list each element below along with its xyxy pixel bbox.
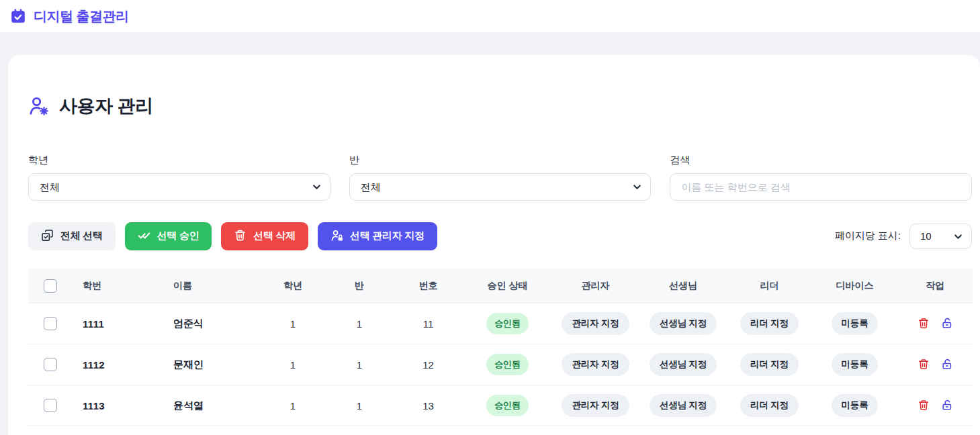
class-cell: 1 <box>326 344 393 385</box>
trash-icon <box>918 362 930 373</box>
student-name-cell: 윤석열 <box>163 385 260 426</box>
class-select[interactable]: 전체 <box>349 173 652 201</box>
assign-admin-selected-label: 선택 관리자 지정 <box>350 230 425 242</box>
select-all-checkbox[interactable] <box>44 279 57 293</box>
student-name-cell: 문재인 <box>163 344 260 385</box>
admin-toggle-button[interactable]: 관리자 지정 <box>562 312 629 335</box>
user-management-card: 사용자 관리 학년 전체 반 전체 <box>8 55 980 435</box>
admin-toggle-button[interactable]: 관리자 지정 <box>562 394 629 417</box>
col-teacher: 선생님 <box>639 269 727 303</box>
page-title-row: 사용자 관리 <box>28 79 972 134</box>
per-page-label: 페이지당 표시: <box>835 230 901 242</box>
unlock-user-button[interactable] <box>940 316 954 331</box>
search-filter-label: 검색 <box>670 154 972 166</box>
col-device: 디바이스 <box>812 269 897 303</box>
unlock-icon <box>941 403 953 414</box>
delete-selected-label: 선택 삭제 <box>253 230 296 242</box>
col-number: 번호 <box>393 269 463 303</box>
select-all-label: 전체 선택 <box>60 230 103 242</box>
class-cell: 1 <box>326 426 393 435</box>
device-status-badge: 미등록 <box>832 394 879 417</box>
search-filter: 검색 <box>670 154 972 201</box>
trash-icon <box>918 403 930 414</box>
copy-check-icon <box>41 229 54 244</box>
teacher-toggle-button[interactable]: 선생님 지정 <box>650 312 717 335</box>
table-row: 0000 관리자 1 1 40 승인됨 관리자 해제 선생님 지정 리더 해제 … <box>28 426 973 435</box>
col-grade: 학년 <box>260 269 326 303</box>
calendar-check-icon <box>10 8 26 24</box>
row-checkbox[interactable] <box>44 399 57 412</box>
student-id-cell: 1113 <box>72 385 163 426</box>
table-row: 1112 문재인 1 1 12 승인됨 관리자 지정 선생님 지정 리더 지정 … <box>28 344 973 385</box>
page-title: 사용자 관리 <box>59 94 153 118</box>
device-status-badge: 미등록 <box>832 353 879 376</box>
number-cell: 40 <box>393 426 463 435</box>
student-name-cell: 관리자 <box>163 426 260 435</box>
device-status-badge: 미등록 <box>832 312 879 335</box>
grade-cell: 1 <box>260 426 326 435</box>
number-cell: 12 <box>393 344 463 385</box>
col-name: 이름 <box>163 269 260 303</box>
select-all-button[interactable]: 전체 선택 <box>28 222 116 250</box>
user-lock-icon <box>330 229 343 244</box>
delete-user-button[interactable] <box>916 397 931 413</box>
unlock-icon <box>941 362 953 373</box>
class-cell: 1 <box>326 385 393 426</box>
student-id-cell: 1112 <box>72 344 163 385</box>
table-row: 1111 엄준식 1 1 11 승인됨 관리자 지정 선생님 지정 리더 지정 … <box>28 303 973 344</box>
per-page-control: 페이지당 표시: 10 <box>835 224 972 249</box>
row-checkbox[interactable] <box>44 317 57 330</box>
leader-toggle-button[interactable]: 리더 지정 <box>740 394 799 417</box>
grade-select[interactable]: 전체 <box>28 173 330 201</box>
user-gear-icon <box>28 95 50 117</box>
per-page-select[interactable]: 10 <box>909 224 972 249</box>
grade-cell: 1 <box>260 385 326 426</box>
col-approval-status: 승인 상태 <box>463 269 551 303</box>
number-cell: 11 <box>393 303 463 344</box>
delete-selected-button[interactable]: 선택 삭제 <box>221 222 308 250</box>
table-body: 1111 엄준식 1 1 11 승인됨 관리자 지정 선생님 지정 리더 지정 … <box>28 303 973 435</box>
unlock-user-button[interactable] <box>940 356 954 372</box>
delete-user-button[interactable] <box>916 316 931 331</box>
table-row: 1113 윤석열 1 1 13 승인됨 관리자 지정 선생님 지정 리더 지정 … <box>28 385 973 426</box>
filters-row: 학년 전체 반 전체 검색 <box>28 154 972 201</box>
row-checkbox[interactable] <box>44 358 57 371</box>
assign-admin-selected-button[interactable]: 선택 관리자 지정 <box>318 222 437 250</box>
class-filter-label: 반 <box>349 154 652 166</box>
unlock-icon <box>941 322 953 332</box>
trash-icon <box>234 229 247 244</box>
col-actions: 작업 <box>897 269 973 303</box>
admin-toggle-button[interactable]: 관리자 지정 <box>562 353 629 376</box>
grade-cell: 1 <box>260 344 326 385</box>
search-input[interactable] <box>670 173 972 201</box>
users-table: 학번 이름 학년 반 번호 승인 상태 관리자 선생님 리더 디바이스 작업 1… <box>28 269 973 435</box>
approve-selected-button[interactable]: 선택 승인 <box>125 222 212 250</box>
grade-filter-label: 학년 <box>28 154 330 166</box>
delete-user-button[interactable] <box>916 356 931 372</box>
unlock-user-button[interactable] <box>940 397 954 413</box>
number-cell: 13 <box>393 385 463 426</box>
teacher-toggle-button[interactable]: 선생님 지정 <box>650 353 717 376</box>
col-class: 반 <box>326 269 393 303</box>
leader-toggle-button[interactable]: 리더 지정 <box>740 353 799 376</box>
leader-toggle-button[interactable]: 리더 지정 <box>740 312 799 335</box>
student-id-cell: 1111 <box>72 303 163 344</box>
student-id-cell: 0000 <box>72 426 163 435</box>
teacher-toggle-button[interactable]: 선생님 지정 <box>650 394 717 417</box>
toolbar: 전체 선택 선택 승인 선택 삭제 <box>28 222 972 250</box>
class-filter: 반 전체 <box>349 154 652 201</box>
approval-status-badge: 승인됨 <box>486 313 528 334</box>
topbar: 디지털 출결관리 <box>0 0 980 32</box>
col-leader: 리더 <box>727 269 812 303</box>
col-student-id: 학번 <box>72 269 163 303</box>
row-actions <box>916 397 954 413</box>
trash-icon <box>918 322 930 332</box>
double-check-icon <box>138 229 150 244</box>
row-actions <box>916 356 954 372</box>
grade-cell: 1 <box>260 303 326 344</box>
row-actions <box>916 316 954 331</box>
approval-status-badge: 승인됨 <box>486 395 528 416</box>
approval-status-badge: 승인됨 <box>486 354 528 375</box>
table-header: 학번 이름 학년 반 번호 승인 상태 관리자 선생님 리더 디바이스 작업 <box>28 269 973 303</box>
class-cell: 1 <box>326 303 393 344</box>
